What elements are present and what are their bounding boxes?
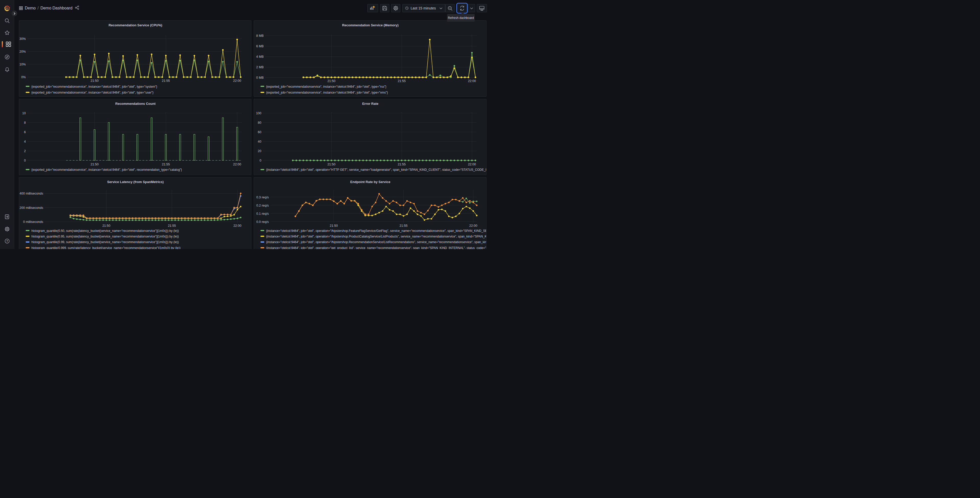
svg-text:Service Latency (from SpanMetr: Service Latency (from SpanMetrics) <box>107 180 164 184</box>
svg-text:6 MB: 6 MB <box>256 45 264 48</box>
svg-text:histogram_quantile(0.50, sum(r: histogram_quantile(0.50, sum(rate(latenc… <box>32 229 179 233</box>
svg-text:21:50: 21:50 <box>91 79 99 83</box>
svg-text:21:55: 21:55 <box>398 163 406 166</box>
svg-text:0: 0 <box>24 158 26 162</box>
svg-text:8 MB: 8 MB <box>256 34 264 38</box>
svg-text:60: 60 <box>258 130 261 134</box>
svg-text:21:55: 21:55 <box>162 79 170 83</box>
svg-text:22:00: 22:00 <box>233 163 241 166</box>
svg-text:20%: 20% <box>19 50 26 53</box>
svg-text:22:00: 22:00 <box>468 163 476 166</box>
svg-text:21:50: 21:50 <box>91 163 99 166</box>
svg-text:2 MB: 2 MB <box>256 65 264 69</box>
svg-text:{instance="otelcol:9464", job=: {instance="otelcol:9464", job="otel", op… <box>266 235 487 238</box>
svg-text:0.2 req/s: 0.2 req/s <box>256 204 269 208</box>
svg-text:21:50: 21:50 <box>330 224 338 228</box>
svg-text:Recommendation Service (Memory: Recommendation Service (Memory) <box>342 23 399 27</box>
svg-text:400 milliseconds: 400 milliseconds <box>20 192 43 195</box>
svg-text:80: 80 <box>258 121 261 124</box>
svg-text:22:00: 22:00 <box>234 224 242 228</box>
svg-text:0: 0 <box>259 158 261 162</box>
svg-text:Recommendations Count: Recommendations Count <box>115 102 156 105</box>
svg-text:{exported_job="recommendations: {exported_job="recommendationservice", i… <box>32 91 154 94</box>
svg-text:{instance="otelcol:9464", job=: {instance="otelcol:9464", job="otel", op… <box>266 240 487 244</box>
svg-text:{instance="otelcol:9464", job=: {instance="otelcol:9464", job="otel", op… <box>266 229 487 233</box>
svg-text:6: 6 <box>24 130 26 134</box>
svg-text:0%: 0% <box>21 75 26 79</box>
svg-text:21:55: 21:55 <box>398 79 406 83</box>
svg-text:21:50: 21:50 <box>328 163 336 166</box>
svg-text:30%: 30% <box>19 37 26 41</box>
svg-text:0.3 req/s: 0.3 req/s <box>256 196 269 199</box>
svg-text:4 MB: 4 MB <box>256 55 264 59</box>
svg-text:Endpoint Rate by Service: Endpoint Rate by Service <box>350 180 390 184</box>
svg-text:{exported_job="recommendations: {exported_job="recommendationservice", i… <box>32 168 182 172</box>
svg-text:2: 2 <box>24 149 26 153</box>
svg-text:100: 100 <box>256 111 261 115</box>
svg-text:0.0 req/s: 0.0 req/s <box>256 220 269 224</box>
svg-text:4: 4 <box>24 140 26 143</box>
svg-text:0 milliseconds: 0 milliseconds <box>23 220 43 224</box>
svg-text:{exported_job="recommendations: {exported_job="recommendationservice", i… <box>266 91 388 94</box>
svg-text:histogram_quantile(0.999, sum(: histogram_quantile(0.999, sum(rate(laten… <box>32 246 181 249</box>
svg-text:Error Rate: Error Rate <box>362 102 379 105</box>
svg-text:200 milliseconds: 200 milliseconds <box>20 206 43 210</box>
svg-text:Recommendation Service (CPU%): Recommendation Service (CPU%) <box>108 23 162 27</box>
svg-text:22:00: 22:00 <box>468 79 476 83</box>
svg-text:histogram_quantile(0.95, sum(r: histogram_quantile(0.95, sum(rate(latenc… <box>32 235 179 238</box>
svg-text:{instance="otelcol:9464", job=: {instance="otelcol:9464", job="otel", op… <box>266 246 487 249</box>
svg-text:8: 8 <box>24 121 26 124</box>
svg-text:{exported_job="recommendations: {exported_job="recommendationservice", i… <box>266 85 386 88</box>
svg-text:40: 40 <box>258 140 261 143</box>
svg-text:21:50: 21:50 <box>102 224 110 228</box>
svg-text:0.1 req/s: 0.1 req/s <box>256 212 269 215</box>
svg-text:20: 20 <box>258 149 261 153</box>
svg-text:21:55: 21:55 <box>168 224 176 228</box>
svg-text:{exported_job="recommendations: {exported_job="recommendationservice", i… <box>32 85 157 88</box>
svg-text:histogram_quantile(0.99, sum(r: histogram_quantile(0.99, sum(rate(latenc… <box>32 240 179 244</box>
svg-text:?: ? <box>6 239 8 243</box>
svg-text:{instance="otelcol:9464", job=: {instance="otelcol:9464", job="otel", op… <box>266 168 487 172</box>
svg-text:0 MB: 0 MB <box>256 76 264 80</box>
svg-text:10%: 10% <box>19 63 26 66</box>
svg-text:22:00: 22:00 <box>233 79 241 83</box>
svg-text:22:00: 22:00 <box>469 224 477 228</box>
svg-text:10: 10 <box>22 111 26 115</box>
svg-text:21:55: 21:55 <box>162 163 170 166</box>
svg-text:21:55: 21:55 <box>399 224 407 228</box>
svg-text:21:50: 21:50 <box>328 79 336 83</box>
